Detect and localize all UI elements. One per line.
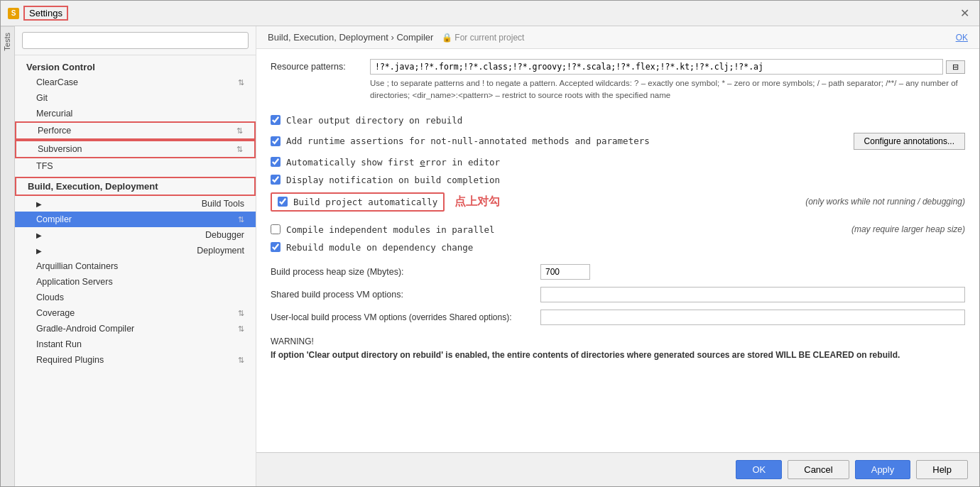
display-notification-label: Display notification on build completion xyxy=(286,175,500,185)
compile-parallel-checkbox[interactable] xyxy=(271,224,281,234)
sidebar-item-arquillian[interactable]: Arquillian Containers xyxy=(15,258,256,274)
ok-button[interactable]: OK xyxy=(736,460,782,479)
warning-body-text: If option 'Clear output directory on reb… xyxy=(271,350,900,360)
bottom-bar: OK Cancel Apply Help xyxy=(256,452,979,486)
sidebar-item-clouds[interactable]: Clouds xyxy=(15,290,256,305)
build-automatically-checkbox-row: Build project automatically xyxy=(271,192,445,212)
configure-annotations-button[interactable]: Configure annotations... xyxy=(854,133,965,150)
resource-patterns-label: Resource patterns: xyxy=(271,59,370,72)
shared-vm-row: Shared build process VM options: xyxy=(271,287,965,302)
build-automatically-checkbox[interactable] xyxy=(278,197,288,207)
auto-show-error-label: Automatically show first error in editor xyxy=(286,157,500,168)
rebuild-module-label: Rebuild module on dependency change xyxy=(286,242,473,253)
rebuild-module-row: Rebuild module on dependency change xyxy=(271,242,965,253)
user-local-vm-input[interactable] xyxy=(540,310,965,325)
resource-patterns-row: Resource patterns: ⊟ Use ; to separate p… xyxy=(271,59,965,102)
sidebar: Version Control ClearCase ⇅ Git Mercuria… xyxy=(15,26,256,486)
title-bar: S Settings ✕ xyxy=(1,1,979,26)
left-tabs: Tests xyxy=(1,26,15,486)
build-automatically-row: Build project automatically 点上对勾 (only w… xyxy=(271,192,965,212)
sidebar-label-arquillian: Arquillian Containers xyxy=(36,261,118,271)
clear-output-label: Clear output directory on rebuild xyxy=(286,115,462,126)
sync-icon-compiler: ⇅ xyxy=(238,215,244,224)
panel-header: Build, Execution, Deployment › Compiler … xyxy=(256,26,979,49)
breadcrumb-part2: Compiler xyxy=(396,32,433,43)
shared-vm-input[interactable] xyxy=(540,287,965,302)
search-box xyxy=(15,26,256,55)
sidebar-label-app-servers: Application Servers xyxy=(36,277,113,287)
sidebar-item-build-tools[interactable]: ▶ Build Tools xyxy=(15,196,256,212)
main-content: Tests Version Control ClearCase ⇅ Git Me… xyxy=(1,26,979,486)
clear-output-checkbox[interactable] xyxy=(271,115,281,125)
resource-patterns-browse-button[interactable]: ⊟ xyxy=(946,60,965,74)
resource-patterns-hint: Use ; to separate patterns and ! to nega… xyxy=(370,77,965,102)
sidebar-label-compiler: Compiler xyxy=(36,214,72,224)
sidebar-label-subversion: Subversion xyxy=(38,144,82,154)
sidebar-item-required-plugins[interactable]: Required Plugins ⇅ xyxy=(15,352,256,368)
sidebar-item-clearcase[interactable]: ClearCase ⇅ xyxy=(15,75,256,90)
build-automatically-note: (only works while not running / debuggin… xyxy=(805,197,965,207)
sidebar-item-tfs[interactable]: TFS xyxy=(15,158,256,174)
sidebar-label-mercurial: Mercurial xyxy=(36,109,72,119)
compile-parallel-label: Compile independent modules in parallel xyxy=(286,224,495,235)
sidebar-item-coverage[interactable]: Coverage ⇅ xyxy=(15,305,256,321)
heap-size-label: Build process heap size (Mbytes): xyxy=(271,264,540,277)
sidebar-item-app-servers[interactable]: Application Servers xyxy=(15,274,256,290)
search-input[interactable] xyxy=(22,32,249,49)
sidebar-label-debugger: Debugger xyxy=(205,230,244,240)
sidebar-label-deployment: Deployment xyxy=(197,246,244,256)
sidebar-label-perforce: Perforce xyxy=(38,126,71,136)
heap-size-input[interactable] xyxy=(540,264,590,280)
sidebar-label-gradle-android: Gradle-Android Compiler xyxy=(36,324,134,334)
auto-show-error-checkbox[interactable] xyxy=(271,157,281,167)
close-button[interactable]: ✕ xyxy=(957,6,972,20)
add-runtime-label: Add runtime assertions for not-null-anno… xyxy=(286,136,650,146)
sidebar-item-deployment[interactable]: ▶ Deployment xyxy=(15,243,256,258)
warning-body: If option 'Clear output directory on reb… xyxy=(271,349,965,362)
sidebar-label-instant-run: Instant Run xyxy=(36,339,82,349)
build-automatically-label: Build project automatically xyxy=(293,197,437,207)
user-local-vm-row: User-local build process VM options (ove… xyxy=(271,310,965,325)
breadcrumb-text: Build, Execution, Deployment › Compiler xyxy=(268,32,436,43)
display-notification-checkbox[interactable] xyxy=(271,175,281,185)
sidebar-item-build-execution[interactable]: Build, Execution, Deployment xyxy=(15,177,256,196)
panel-body: Resource patterns: ⊟ Use ; to separate p… xyxy=(256,49,979,452)
arrow-deployment: ▶ xyxy=(36,247,42,255)
sync-icon-subversion: ⇅ xyxy=(236,145,243,154)
shared-vm-label: Shared build process VM options: xyxy=(271,287,540,300)
sync-icon-perforce: ⇅ xyxy=(236,126,243,136)
add-runtime-checkbox[interactable] xyxy=(271,136,281,146)
rebuild-module-checkbox[interactable] xyxy=(271,242,281,252)
sidebar-item-debugger[interactable]: ▶ Debugger xyxy=(15,227,256,243)
sidebar-label-coverage: Coverage xyxy=(36,308,75,318)
right-panel: Build, Execution, Deployment › Compiler … xyxy=(256,26,979,486)
sidebar-item-compiler[interactable]: Compiler ⇅ xyxy=(15,212,256,227)
sidebar-item-mercurial[interactable]: Mercurial xyxy=(15,106,256,121)
sidebar-item-subversion[interactable]: Subversion ⇅ xyxy=(15,140,256,158)
sidebar-item-perforce[interactable]: Perforce ⇅ xyxy=(15,121,256,140)
sidebar-label-clouds: Clouds xyxy=(36,292,64,302)
reset-button[interactable]: OK xyxy=(956,33,968,43)
sidebar-item-version-control[interactable]: Version Control xyxy=(15,58,256,75)
window-title: Settings xyxy=(23,6,68,21)
sidebar-item-gradle-android[interactable]: Gradle-Android Compiler ⇅ xyxy=(15,321,256,336)
arrow-debugger: ▶ xyxy=(36,231,42,239)
sidebar-item-instant-run[interactable]: Instant Run xyxy=(15,336,256,352)
add-runtime-row: Add runtime assertions for not-null-anno… xyxy=(271,133,965,150)
apply-button[interactable]: Apply xyxy=(855,460,911,479)
sidebar-label-build-execution: Build, Execution, Deployment xyxy=(28,181,158,192)
sidebar-item-git[interactable]: Git xyxy=(15,90,256,106)
warning-title: WARNING! xyxy=(271,335,965,349)
auto-show-error-row: Automatically show first error in editor xyxy=(271,157,965,168)
sidebar-label-clearcase: ClearCase xyxy=(36,77,78,87)
resource-patterns-input[interactable] xyxy=(370,59,943,75)
arrow-build-tools: ▶ xyxy=(36,200,42,208)
warning-box: WARNING! If option 'Clear output directo… xyxy=(271,335,965,362)
sidebar-label-tfs: TFS xyxy=(36,161,53,171)
help-button[interactable]: Help xyxy=(916,460,968,479)
cancel-button[interactable]: Cancel xyxy=(788,460,849,479)
sync-icon-coverage: ⇅ xyxy=(238,309,244,318)
sidebar-label-git: Git xyxy=(36,93,48,103)
tests-tab[interactable]: Tests xyxy=(1,26,14,57)
breadcrumb-part1: Build, Execution, Deployment xyxy=(268,32,388,43)
